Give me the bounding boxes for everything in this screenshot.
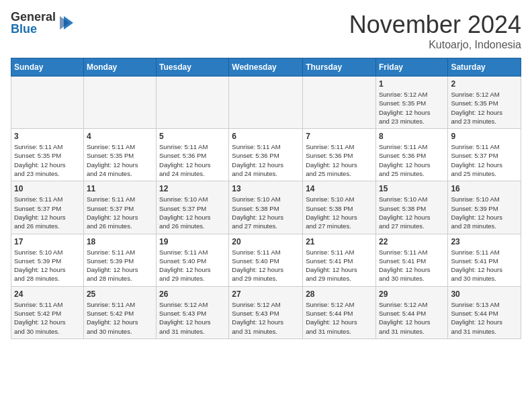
day-info: Sunrise: 5:12 AM Sunset: 5:43 PM Dayligh…: [159, 300, 226, 336]
calendar-cell: [83, 77, 156, 129]
calendar-cell: 25Sunrise: 5:11 AM Sunset: 5:42 PM Dayli…: [83, 286, 156, 338]
calendar-cell: 1Sunrise: 5:12 AM Sunset: 5:35 PM Daylig…: [375, 77, 447, 129]
location: Kutoarjo, Indonesia: [349, 39, 521, 51]
day-number: 7: [306, 132, 373, 141]
calendar-cell: 18Sunrise: 5:11 AM Sunset: 5:39 PM Dayli…: [83, 234, 156, 286]
weekday-header-sunday: Sunday: [11, 58, 84, 77]
calendar-cell: 14Sunrise: 5:10 AM Sunset: 5:38 PM Dayli…: [303, 181, 376, 234]
calendar-cell: 8Sunrise: 5:11 AM Sunset: 5:36 PM Daylig…: [375, 129, 447, 181]
weekday-header-friday: Friday: [375, 58, 447, 77]
calendar-table: SundayMondayTuesdayWednesdayThursdayFrid…: [11, 58, 521, 339]
day-info: Sunrise: 5:10 AM Sunset: 5:38 PM Dayligh…: [379, 195, 445, 230]
calendar-cell: [229, 77, 303, 129]
day-number: 28: [306, 289, 373, 299]
calendar-cell: 9Sunrise: 5:11 AM Sunset: 5:37 PM Daylig…: [448, 129, 521, 181]
day-info: Sunrise: 5:12 AM Sunset: 5:44 PM Dayligh…: [306, 300, 373, 336]
day-number: 20: [232, 237, 300, 246]
month-title: November 2024: [349, 11, 521, 39]
logo-icon: [57, 13, 76, 32]
day-number: 10: [14, 184, 81, 193]
day-info: Sunrise: 5:11 AM Sunset: 5:42 PM Dayligh…: [87, 300, 153, 336]
day-number: 18: [87, 237, 153, 246]
day-number: 4: [87, 132, 153, 141]
calendar-cell: 30Sunrise: 5:13 AM Sunset: 5:44 PM Dayli…: [448, 286, 521, 338]
day-number: 11: [87, 184, 153, 193]
day-info: Sunrise: 5:11 AM Sunset: 5:36 PM Dayligh…: [232, 142, 300, 178]
day-info: Sunrise: 5:11 AM Sunset: 5:40 PM Dayligh…: [232, 248, 300, 283]
calendar-week-3: 10Sunrise: 5:11 AM Sunset: 5:37 PM Dayli…: [11, 181, 521, 234]
calendar-cell: 15Sunrise: 5:10 AM Sunset: 5:38 PM Dayli…: [375, 181, 447, 234]
day-number: 22: [379, 237, 445, 246]
calendar-cell: 17Sunrise: 5:10 AM Sunset: 5:39 PM Dayli…: [11, 234, 84, 286]
day-info: Sunrise: 5:10 AM Sunset: 5:38 PM Dayligh…: [306, 195, 373, 230]
day-info: Sunrise: 5:11 AM Sunset: 5:37 PM Dayligh…: [14, 195, 81, 230]
calendar-cell: 3Sunrise: 5:11 AM Sunset: 5:35 PM Daylig…: [11, 129, 84, 181]
day-number: 27: [232, 289, 300, 299]
day-info: Sunrise: 5:11 AM Sunset: 5:39 PM Dayligh…: [87, 248, 153, 283]
page-header: General Blue November 2024 Kutoarjo, Ind…: [11, 11, 521, 51]
day-info: Sunrise: 5:11 AM Sunset: 5:36 PM Dayligh…: [306, 142, 373, 178]
day-info: Sunrise: 5:12 AM Sunset: 5:44 PM Dayligh…: [379, 300, 445, 336]
logo-blue-text: Blue: [11, 23, 56, 35]
day-info: Sunrise: 5:13 AM Sunset: 5:44 PM Dayligh…: [451, 300, 518, 336]
calendar-cell: [303, 77, 376, 129]
calendar-week-1: 1Sunrise: 5:12 AM Sunset: 5:35 PM Daylig…: [11, 77, 521, 129]
calendar-cell: 26Sunrise: 5:12 AM Sunset: 5:43 PM Dayli…: [157, 286, 229, 338]
day-number: 2: [451, 79, 518, 89]
day-number: 5: [159, 132, 226, 141]
calendar-cell: 27Sunrise: 5:12 AM Sunset: 5:43 PM Dayli…: [229, 286, 303, 338]
calendar-cell: 24Sunrise: 5:11 AM Sunset: 5:42 PM Dayli…: [11, 286, 84, 338]
weekday-header-wednesday: Wednesday: [229, 58, 303, 77]
calendar-cell: 7Sunrise: 5:11 AM Sunset: 5:36 PM Daylig…: [303, 129, 376, 181]
calendar-cell: [11, 77, 84, 129]
calendar-cell: 20Sunrise: 5:11 AM Sunset: 5:40 PM Dayli…: [229, 234, 303, 286]
calendar-cell: 29Sunrise: 5:12 AM Sunset: 5:44 PM Dayli…: [375, 286, 447, 338]
calendar-cell: 28Sunrise: 5:12 AM Sunset: 5:44 PM Dayli…: [303, 286, 376, 338]
day-info: Sunrise: 5:11 AM Sunset: 5:36 PM Dayligh…: [159, 142, 226, 178]
day-number: 6: [232, 132, 300, 141]
day-number: 8: [379, 132, 445, 141]
calendar-week-5: 24Sunrise: 5:11 AM Sunset: 5:42 PM Dayli…: [11, 286, 521, 338]
calendar-cell: 10Sunrise: 5:11 AM Sunset: 5:37 PM Dayli…: [11, 181, 84, 234]
day-number: 14: [306, 184, 373, 193]
day-info: Sunrise: 5:10 AM Sunset: 5:39 PM Dayligh…: [14, 248, 81, 283]
day-number: 29: [379, 289, 445, 299]
calendar-cell: 2Sunrise: 5:12 AM Sunset: 5:35 PM Daylig…: [448, 77, 521, 129]
day-number: 15: [379, 184, 445, 193]
title-block: November 2024 Kutoarjo, Indonesia: [349, 11, 521, 51]
calendar-cell: 19Sunrise: 5:11 AM Sunset: 5:40 PM Dayli…: [157, 234, 229, 286]
calendar-cell: 11Sunrise: 5:11 AM Sunset: 5:37 PM Dayli…: [83, 181, 156, 234]
weekday-header-saturday: Saturday: [448, 58, 521, 77]
day-info: Sunrise: 5:11 AM Sunset: 5:35 PM Dayligh…: [87, 142, 153, 178]
day-number: 23: [451, 237, 518, 246]
calendar-cell: 23Sunrise: 5:11 AM Sunset: 5:41 PM Dayli…: [448, 234, 521, 286]
day-number: 24: [14, 289, 81, 299]
day-info: Sunrise: 5:12 AM Sunset: 5:35 PM Dayligh…: [379, 90, 445, 126]
day-info: Sunrise: 5:11 AM Sunset: 5:35 PM Dayligh…: [14, 142, 81, 178]
day-info: Sunrise: 5:10 AM Sunset: 5:37 PM Dayligh…: [159, 195, 226, 230]
weekday-header-tuesday: Tuesday: [157, 58, 229, 77]
day-number: 21: [306, 237, 373, 246]
day-info: Sunrise: 5:11 AM Sunset: 5:37 PM Dayligh…: [87, 195, 153, 230]
day-number: 9: [451, 132, 518, 141]
weekday-header-monday: Monday: [83, 58, 156, 77]
logo: General Blue: [11, 11, 76, 35]
day-info: Sunrise: 5:11 AM Sunset: 5:41 PM Dayligh…: [379, 248, 445, 283]
day-info: Sunrise: 5:11 AM Sunset: 5:37 PM Dayligh…: [451, 142, 518, 178]
calendar-cell: 21Sunrise: 5:11 AM Sunset: 5:41 PM Dayli…: [303, 234, 376, 286]
logo-general-text: General: [11, 11, 56, 23]
day-number: 16: [451, 184, 518, 193]
calendar-week-4: 17Sunrise: 5:10 AM Sunset: 5:39 PM Dayli…: [11, 234, 521, 286]
day-number: 3: [14, 132, 81, 141]
calendar-cell: 5Sunrise: 5:11 AM Sunset: 5:36 PM Daylig…: [157, 129, 229, 181]
day-number: 30: [451, 289, 518, 299]
day-number: 26: [159, 289, 226, 299]
calendar-cell: 13Sunrise: 5:10 AM Sunset: 5:38 PM Dayli…: [229, 181, 303, 234]
day-info: Sunrise: 5:12 AM Sunset: 5:43 PM Dayligh…: [232, 300, 300, 336]
calendar-week-2: 3Sunrise: 5:11 AM Sunset: 5:35 PM Daylig…: [11, 129, 521, 181]
day-number: 1: [379, 79, 445, 89]
day-info: Sunrise: 5:11 AM Sunset: 5:36 PM Dayligh…: [379, 142, 445, 178]
day-number: 19: [159, 237, 226, 246]
day-number: 12: [159, 184, 226, 193]
calendar-cell: 6Sunrise: 5:11 AM Sunset: 5:36 PM Daylig…: [229, 129, 303, 181]
